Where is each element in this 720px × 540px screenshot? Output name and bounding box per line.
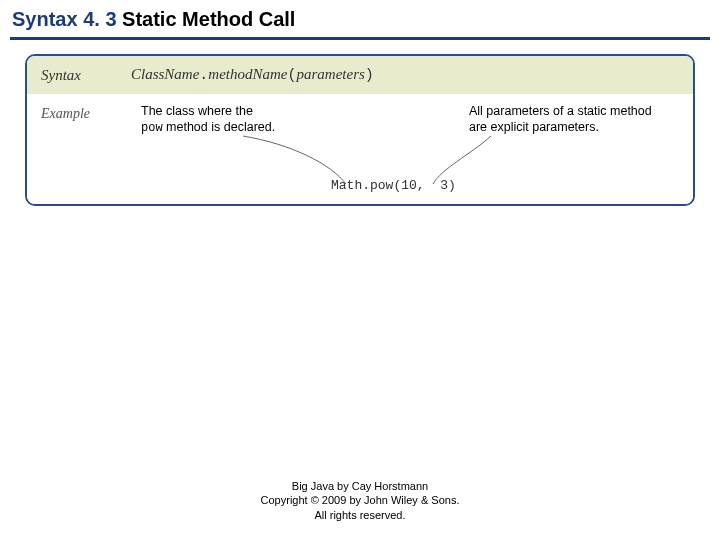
syntax-expression: ClassName.methodName(parameters): [131, 66, 374, 84]
footer-line2: Copyright © 2009 by John Wiley & Sons.: [0, 493, 720, 507]
footer-line1: Big Java by Cay Horstmann: [0, 479, 720, 493]
slide-title: Syntax 4. 3 Static Method Call: [0, 0, 720, 35]
footer-line3: All rights reserved.: [0, 508, 720, 522]
note-left-line2: method is declared.: [163, 120, 276, 134]
example-row: Example The class where the pow method i…: [27, 94, 693, 204]
syntax-params: parameters: [297, 66, 365, 82]
connector-line-right: [431, 134, 501, 189]
syntax-row: Syntax ClassName.methodName(parameters): [27, 56, 693, 94]
syntax-method: methodName: [208, 66, 287, 82]
connector-line-left: [241, 134, 351, 189]
syntax-classname: ClassName: [131, 66, 199, 82]
note-left-line1: The class where the: [141, 104, 253, 118]
title-prefix: Syntax 4. 3: [12, 8, 117, 30]
syntax-open-paren: (: [288, 67, 297, 84]
syntax-diagram-box: Syntax ClassName.methodName(parameters) …: [25, 54, 695, 206]
syntax-dot: .: [199, 67, 208, 84]
title-main: Static Method Call: [117, 8, 296, 30]
note-left-pow: pow: [141, 121, 163, 135]
note-right-line2: are explicit parameters.: [469, 120, 599, 134]
syntax-close-paren: ): [365, 67, 374, 84]
content-area: Syntax ClassName.methodName(parameters) …: [0, 40, 720, 220]
note-explicit-params: All parameters of a static method are ex…: [469, 104, 679, 135]
slide-footer: Big Java by Cay Horstmann Copyright © 20…: [0, 479, 720, 522]
example-label: Example: [41, 104, 131, 196]
syntax-label: Syntax: [41, 67, 131, 84]
example-body: The class where the pow method is declar…: [131, 104, 679, 196]
note-right-line1: All parameters of a static method: [469, 104, 652, 118]
note-class-declared: The class where the pow method is declar…: [141, 104, 321, 136]
